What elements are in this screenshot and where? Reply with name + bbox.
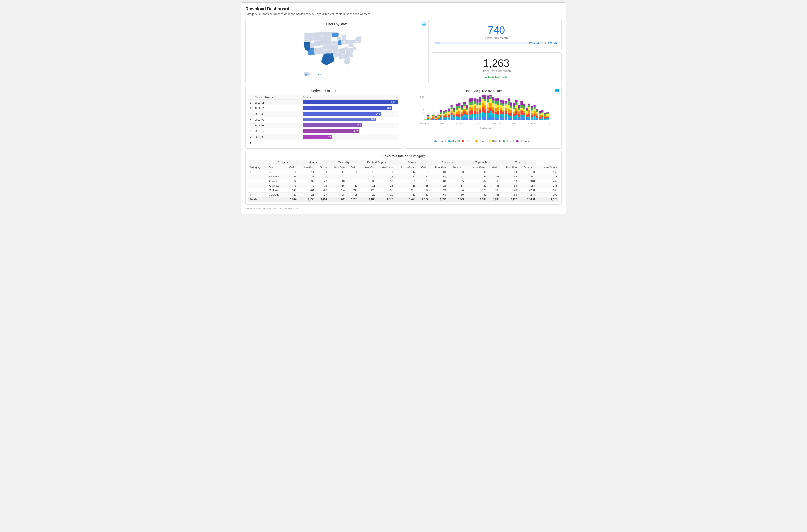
state-cell: Alabama bbox=[267, 174, 285, 179]
svg-rect-30 bbox=[432, 115, 434, 115]
svg-rect-168 bbox=[484, 101, 486, 105]
month-cell: 2019-09 bbox=[253, 111, 301, 117]
svg-rect-74 bbox=[451, 115, 453, 118]
svg-rect-70 bbox=[448, 112, 450, 114]
legend-item: 30 to 39 bbox=[462, 140, 473, 142]
svg-rect-218 bbox=[502, 104, 504, 106]
svg-rect-85 bbox=[453, 110, 455, 112]
svg-rect-332 bbox=[546, 119, 549, 121]
svg-rect-251 bbox=[515, 108, 518, 111]
svg-rect-33 bbox=[435, 119, 437, 120]
svg-rect-242 bbox=[513, 116, 515, 119]
svg-rect-302 bbox=[533, 107, 536, 109]
svg-rect-293 bbox=[531, 113, 533, 115]
row-num-cell: 6 bbox=[248, 192, 267, 197]
svg-rect-77 bbox=[451, 109, 453, 111]
svg-rect-169 bbox=[484, 98, 486, 101]
svg-rect-311 bbox=[539, 119, 541, 120]
svg-rect-24 bbox=[432, 119, 434, 120]
svg-rect-181 bbox=[489, 102, 491, 108]
col-state-label: State bbox=[269, 166, 275, 169]
svg-rect-123 bbox=[469, 115, 471, 118]
svg-rect-294 bbox=[531, 111, 533, 113]
svg-rect-239 bbox=[510, 106, 512, 108]
svg-rect-215 bbox=[502, 112, 504, 114]
svg-rect-140 bbox=[474, 104, 476, 107]
svg-rect-116 bbox=[466, 115, 468, 118]
svg-rect-238 bbox=[510, 108, 512, 110]
svg-rect-165 bbox=[484, 113, 486, 117]
svg-rect-183 bbox=[489, 96, 491, 99]
svg-rect-235 bbox=[510, 116, 512, 118]
svg-rect-93 bbox=[455, 103, 458, 106]
page-subtitle: Category is Shorts or Dresses or Jeans o… bbox=[245, 13, 562, 16]
svg-rect-81 bbox=[453, 117, 455, 119]
svg-rect-211 bbox=[500, 102, 502, 105]
svg-rect-186 bbox=[492, 113, 494, 117]
svg-rect-31 bbox=[435, 120, 437, 120]
row-num-cell: 1 bbox=[248, 170, 267, 174]
svg-rect-155 bbox=[479, 102, 481, 106]
svg-rect-205 bbox=[497, 98, 499, 101]
svg-rect-97 bbox=[458, 111, 460, 114]
svg-rect-67 bbox=[448, 117, 450, 119]
orders-metric-card: 740 Orders this month 6% of 13444 for th… bbox=[431, 19, 562, 50]
svg-rect-105 bbox=[461, 110, 463, 112]
row-num: 4 bbox=[248, 117, 253, 122]
svg-rect-316 bbox=[539, 113, 541, 114]
svg-rect-323 bbox=[541, 112, 543, 113]
svg-rect-20 bbox=[430, 119, 432, 119]
dresses-ord-sort[interactable]: ↑↓ bbox=[295, 167, 296, 169]
svg-rect-193 bbox=[495, 114, 497, 118]
svg-rect-232 bbox=[508, 101, 510, 105]
svg-rect-118 bbox=[466, 112, 468, 114]
svg-rect-146 bbox=[476, 108, 478, 112]
svg-rect-72 bbox=[448, 109, 450, 111]
svg-rect-288 bbox=[528, 105, 530, 107]
svg-rect-245 bbox=[513, 109, 515, 112]
svg-rect-82 bbox=[453, 115, 455, 117]
svg-rect-172 bbox=[487, 113, 489, 118]
month-cell: 2019-10 bbox=[253, 106, 301, 111]
svg-rect-22 bbox=[430, 118, 432, 118]
svg-rect-32 bbox=[435, 119, 437, 120]
svg-rect-110 bbox=[463, 111, 466, 114]
svg-rect-225 bbox=[505, 103, 507, 104]
svg-rect-49 bbox=[440, 114, 442, 115]
svg-rect-272 bbox=[523, 111, 525, 112]
sort-icon: ▼ bbox=[396, 96, 398, 98]
svg-rect-234 bbox=[510, 118, 512, 120]
state-sort[interactable]: ↑↓ bbox=[276, 166, 278, 168]
svg-rect-203 bbox=[497, 105, 499, 107]
table-row: 2 Alabama 2525 2023 2024 1617 5760 4143 … bbox=[248, 174, 559, 179]
svg-rect-34 bbox=[435, 118, 437, 119]
svg-rect-159 bbox=[482, 107, 484, 112]
svg-rect-298 bbox=[533, 116, 536, 119]
row-num: 5 bbox=[248, 122, 253, 128]
svg-rect-292 bbox=[531, 115, 533, 117]
svg-rect-175 bbox=[487, 102, 489, 107]
svg-rect-121 bbox=[466, 105, 468, 108]
svg-rect-142 bbox=[474, 98, 476, 101]
svg-rect-23 bbox=[430, 118, 432, 118]
svg-rect-131 bbox=[471, 111, 473, 114]
svg-rect-263 bbox=[521, 115, 523, 117]
svg-rect-170 bbox=[484, 95, 486, 98]
svg-text:July: July bbox=[440, 122, 444, 124]
svg-rect-330 bbox=[544, 114, 546, 116]
svg-rect-277 bbox=[526, 117, 528, 118]
svg-rect-88 bbox=[455, 116, 458, 118]
svg-rect-207 bbox=[500, 114, 502, 116]
svg-rect-328 bbox=[544, 116, 546, 117]
svg-rect-100 bbox=[458, 103, 460, 106]
svg-rect-47 bbox=[440, 116, 442, 117]
svg-rect-264 bbox=[521, 111, 523, 115]
svg-rect-240 bbox=[510, 102, 512, 106]
svg-rect-246 bbox=[513, 106, 515, 109]
svg-rect-51 bbox=[440, 110, 442, 112]
svg-rect-324 bbox=[541, 111, 543, 112]
svg-rect-249 bbox=[515, 115, 518, 118]
svg-rect-58 bbox=[443, 111, 445, 112]
svg-rect-331 bbox=[544, 113, 546, 114]
svg-rect-99 bbox=[458, 106, 460, 108]
